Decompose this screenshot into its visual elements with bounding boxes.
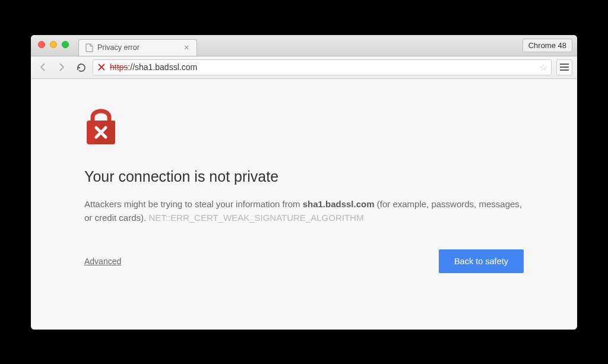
version-badge: Chrome 48 — [522, 39, 572, 52]
tab-title: Privacy error — [97, 43, 182, 52]
desc-prefix: Attackers might be trying to steal your … — [84, 199, 303, 209]
back-button[interactable] — [36, 60, 50, 74]
close-window-button[interactable] — [38, 41, 45, 48]
browser-window: Privacy error × Chrome 48 https://sha1.b… — [31, 35, 577, 330]
back-to-safety-button[interactable]: Back to safety — [439, 249, 524, 273]
reload-button[interactable] — [74, 60, 88, 74]
titlebar: Privacy error × Chrome 48 — [31, 35, 577, 56]
advanced-link[interactable]: Advanced — [84, 257, 121, 266]
address-bar[interactable]: https://sha1.badssl.com ☆ — [93, 59, 552, 75]
forward-button[interactable] — [55, 60, 69, 74]
url-separator: :// — [128, 62, 135, 72]
close-tab-button[interactable]: × — [182, 43, 191, 52]
menu-button[interactable] — [556, 59, 572, 75]
error-heading: Your connection is not private — [84, 168, 524, 185]
error-description: Attackers might be trying to steal your … — [84, 197, 524, 225]
insecure-icon — [97, 62, 106, 72]
bookmark-icon[interactable]: ☆ — [539, 62, 547, 73]
minimize-window-button[interactable] — [50, 41, 57, 48]
lock-danger-icon — [84, 107, 118, 148]
page-icon — [85, 43, 93, 52]
browser-tab[interactable]: Privacy error × — [78, 39, 197, 56]
maximize-window-button[interactable] — [62, 41, 69, 48]
traffic-lights — [38, 41, 69, 48]
url-host: sha1.badssl.com — [135, 62, 197, 72]
url-protocol: https — [110, 62, 128, 72]
action-row: Advanced Back to safety — [84, 249, 524, 273]
svg-rect-1 — [560, 67, 569, 68]
toolbar: https://sha1.badssl.com ☆ — [31, 56, 577, 79]
error-code: NET::ERR_CERT_WEAK_SIGNATURE_ALGORITHM — [148, 213, 363, 223]
svg-rect-0 — [560, 64, 569, 65]
page-content: Your connection is not private Attackers… — [31, 79, 577, 330]
svg-rect-2 — [560, 69, 569, 71]
desc-host: sha1.badssl.com — [303, 199, 375, 209]
